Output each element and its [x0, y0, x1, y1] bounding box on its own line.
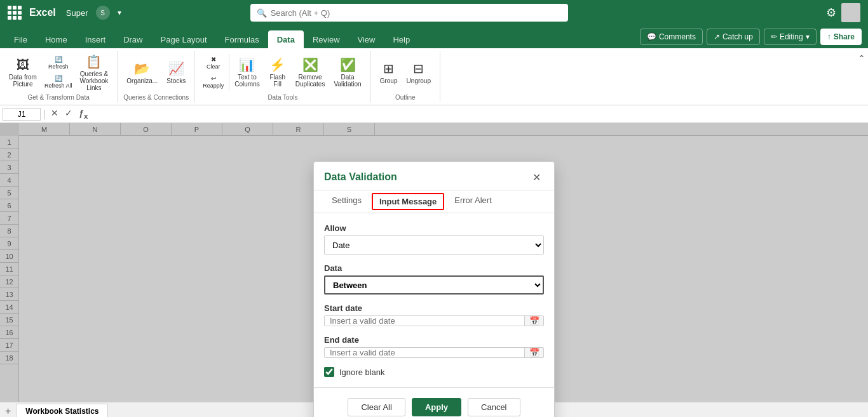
start-date-label: Start date	[324, 303, 544, 313]
ignore-blank-checkbox[interactable]	[324, 367, 334, 377]
data-tools-items: ✖ Clear ↩ Reapply 📊 Text toColumns ⚡ Fla…	[200, 52, 365, 93]
queries-workbook-button[interactable]: 📋 Queries &WorkbookLinks	[76, 53, 112, 91]
ungroup-button[interactable]: ⊟ Ungroup	[403, 53, 435, 91]
comments-button[interactable]: 💬 Comments	[640, 29, 703, 45]
outline-items: ⊞ Group ⊟ Ungroup	[376, 52, 435, 93]
clear-all-button[interactable]: Clear All	[348, 398, 405, 416]
insert-function-icon[interactable]: ƒx	[76, 107, 90, 121]
editing-dropdown-icon: ▾	[806, 32, 810, 41]
picture-icon: 🖼	[17, 58, 29, 72]
formula-actions: ✕ ✓ ƒx	[48, 107, 90, 121]
end-date-label: End date	[324, 335, 544, 345]
allow-select[interactable]: Date Any value Whole number Decimal List…	[324, 235, 544, 255]
text-to-columns-button[interactable]: 📊 Text toColumns	[231, 53, 263, 91]
catchup-icon: ↗	[714, 32, 720, 41]
ignore-blank-label: Ignore blank	[339, 367, 385, 377]
organize-icon: 📂	[134, 61, 150, 76]
settings-icon[interactable]: ⚙	[826, 6, 836, 20]
share-button[interactable]: ↑ Share	[820, 29, 862, 45]
title-bar: Excel Super S ▾ 🔍 ⚙	[0, 0, 868, 25]
remove-duplicates-button[interactable]: ❎ RemoveDuplicates	[292, 53, 329, 91]
user-avatar[interactable]: S	[96, 6, 110, 20]
title-bar-right: ⚙	[826, 3, 860, 22]
reapply-icon: ↩	[211, 75, 216, 82]
share-icon: ↑	[827, 32, 831, 41]
tab-view[interactable]: View	[349, 30, 384, 48]
catchup-button[interactable]: ↗ Catch up	[707, 29, 760, 45]
modal-body: Allow Date Any value Whole number Decima…	[314, 213, 554, 387]
cell-reference-input[interactable]	[3, 108, 41, 121]
search-icon: 🔍	[257, 8, 267, 18]
outline-label: Outline	[376, 94, 435, 101]
modal-title: Data Validation	[324, 171, 397, 183]
waffle-icon[interactable]	[8, 6, 22, 20]
allow-group: Allow Date Any value Whole number Decima…	[324, 223, 544, 255]
tab-insert[interactable]: Insert	[76, 30, 115, 48]
allow-label: Allow	[324, 223, 544, 233]
user-profile-icon[interactable]	[841, 3, 860, 22]
tab-error-alert[interactable]: Error Alert	[447, 190, 499, 213]
modal-close-button[interactable]: ✕	[529, 169, 544, 185]
end-date-calendar-icon[interactable]: 📅	[524, 348, 543, 357]
data-from-picture-button[interactable]: 🖼 Data fromPicture	[5, 53, 41, 91]
tab-help[interactable]: Help	[384, 30, 419, 48]
tab-input-message[interactable]: Input Message	[372, 193, 444, 210]
data-validation-ribbon-button[interactable]: ✅ DataValidation	[330, 53, 365, 91]
user-dropdown-icon[interactable]: ▾	[118, 8, 121, 17]
cancel-formula-icon[interactable]: ✕	[48, 107, 61, 121]
remove-dup-icon: ❎	[302, 57, 318, 72]
data-select[interactable]: Between Not between Equal to Not equal t…	[324, 275, 544, 295]
group-button[interactable]: ⊞ Group	[376, 53, 402, 91]
ribbon-right-actions: 💬 Comments ↗ Catch up ✏ Editing ▾ ↑ Shar…	[634, 26, 868, 48]
flash-fill-button[interactable]: ⚡ FlashFill	[265, 53, 290, 91]
end-date-input[interactable]	[325, 348, 524, 357]
ribbon-collapse-button[interactable]: ⌃	[858, 53, 865, 63]
reapply-button[interactable]: ↩ Reapply	[200, 73, 226, 91]
formula-input[interactable]	[93, 110, 865, 119]
ribbon-group-outline: ⊞ Group ⊟ Ungroup Outline	[371, 51, 440, 102]
clear-button[interactable]: ✖ Clear	[200, 54, 226, 72]
tab-draw[interactable]: Draw	[114, 30, 151, 48]
data-label: Data	[324, 263, 544, 273]
ribbon-content: 🖼 Data fromPicture 🔄 Refresh 🔄 Refresh A…	[0, 48, 868, 105]
stocks-button[interactable]: 📈 Stocks	[163, 53, 189, 91]
sheet-tab-workbook[interactable]: Workbook Statistics	[16, 404, 108, 418]
flash-fill-icon: ⚡	[269, 57, 285, 72]
search-bar[interactable]: 🔍	[250, 4, 568, 22]
editing-button[interactable]: ✏ Editing ▾	[764, 29, 817, 45]
tab-formulas[interactable]: Formulas	[216, 30, 268, 48]
refresh-button[interactable]: 🔄 Refresh	[42, 54, 75, 72]
tab-data[interactable]: Data	[268, 30, 304, 48]
cancel-button[interactable]: Cancel	[468, 398, 520, 416]
group-icon: ⊞	[383, 61, 394, 76]
tab-review[interactable]: Review	[304, 30, 349, 48]
start-date-calendar-icon[interactable]: 📅	[524, 316, 543, 326]
formula-divider: |	[43, 109, 46, 120]
search-input[interactable]	[271, 8, 562, 18]
tab-file[interactable]: File	[5, 30, 36, 48]
organize-button[interactable]: 📂 Organiza...	[123, 53, 161, 91]
tab-pagelayout[interactable]: Page Layout	[152, 30, 216, 48]
tab-settings[interactable]: Settings	[324, 190, 369, 213]
start-date-input[interactable]	[325, 316, 524, 326]
ribbon-collapse-area: ⌃	[858, 51, 868, 102]
get-transform-label: Get & Transform Data	[5, 94, 112, 101]
edit-icon: ✏	[771, 32, 777, 41]
modal-footer: Clear All Apply Cancel	[314, 387, 554, 417]
refresh-all-icon: 🔄	[55, 75, 62, 82]
data-validation-modal: Data Validation ✕ Settings Input Message…	[313, 161, 555, 417]
refresh-icon: 🔄	[55, 56, 62, 63]
ribbon-group-get-transform: 🖼 Data fromPicture 🔄 Refresh 🔄 Refresh A…	[0, 51, 118, 102]
apply-button[interactable]: Apply	[412, 398, 461, 416]
tab-home[interactable]: Home	[36, 30, 76, 48]
text-columns-icon: 📊	[239, 57, 255, 72]
app-name: Excel	[29, 7, 56, 18]
add-sheet-button[interactable]: +	[3, 406, 13, 417]
queries-icon: 📋	[86, 54, 102, 69]
start-date-input-wrapper: 📅	[324, 315, 544, 326]
modal-header: Data Validation ✕	[314, 162, 554, 190]
confirm-formula-icon[interactable]: ✓	[62, 107, 75, 121]
end-date-input-wrapper: 📅	[324, 347, 544, 358]
refresh-all-button[interactable]: 🔄 Refresh All	[42, 73, 75, 91]
data-tools-label: Data Tools	[200, 94, 365, 101]
